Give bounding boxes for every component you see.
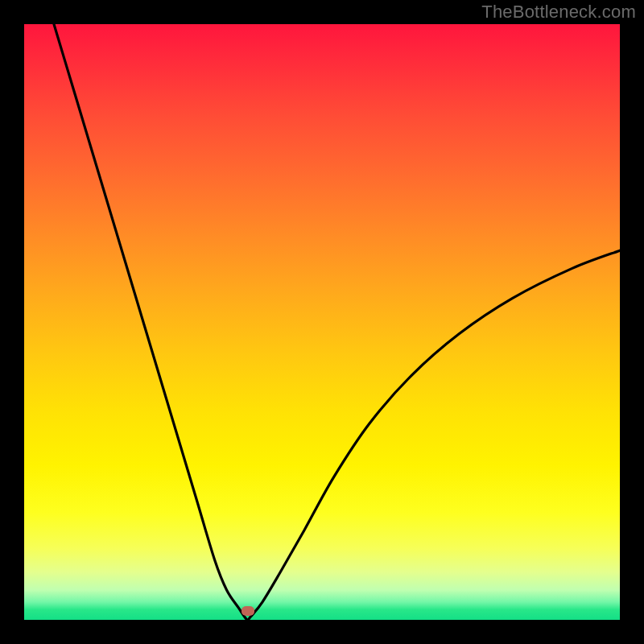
chart-frame: TheBottleneck.com [0,0,644,644]
plot-area [24,24,620,620]
watermark-text: TheBottleneck.com [481,2,636,23]
optimum-marker [242,606,254,616]
background-gradient [24,24,620,620]
